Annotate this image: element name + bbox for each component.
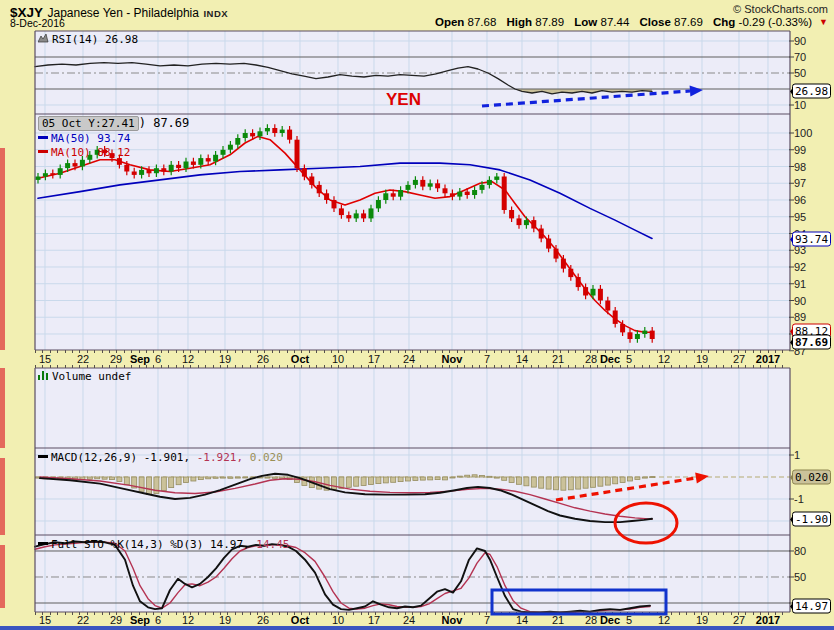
rsi-axis-label: 70	[794, 51, 806, 63]
symbol-name: Japanese Yen - Philadelphia	[47, 6, 198, 20]
high-value: 87.89	[535, 16, 564, 28]
ma10-legend-label: MA(10) 88.12	[51, 146, 130, 159]
rsi-axis-label: 10	[794, 99, 806, 111]
chg-value: -0.29 (-0.33%)	[739, 16, 813, 28]
price-axis-label: 92	[794, 261, 806, 273]
sto-k-value: 14.97,	[210, 538, 250, 551]
macd-circle-annotation	[615, 503, 677, 543]
ohlc-quote-line: Open 87.68 High 87.89 Low 87.44 Close 87…	[435, 16, 828, 28]
macd-value-callout: -1.90	[792, 512, 831, 527]
ma10-legend: MA(10) 88.12	[38, 146, 130, 159]
high-label: High	[507, 16, 533, 28]
rsi-indicator-icon	[38, 33, 49, 46]
chart-date: 8-Dec-2016	[10, 17, 65, 29]
macd-axis-label: 1	[794, 449, 800, 461]
macd-value: -1.901,	[144, 451, 190, 464]
stockcharts-daily-chart: $XJY Japanese Yen - Philadelphia INDX © …	[0, 0, 834, 630]
price-axis-label: 95	[794, 211, 806, 223]
macd-legend-label: MACD(12,26,9)	[51, 451, 137, 464]
rsi-axis-label: 50	[794, 67, 806, 79]
low-value: 87.44	[601, 16, 630, 28]
rsi-axis-label: 90	[794, 35, 806, 47]
price-axis-label: 98	[794, 161, 806, 173]
rsi-trend-arrow	[482, 91, 690, 106]
macd-legend: MACD(12,26,9) -1.901, -1.921, 0.020	[38, 451, 283, 464]
ma50-legend-label: MA(50) 93.74	[51, 132, 130, 145]
price-axis-label: 91	[794, 278, 806, 290]
low-label: Low	[574, 16, 597, 28]
ma50-line-icon	[38, 136, 48, 139]
sto-legend: Full STO %K(14,3) %D(3) 14.97, 14.45	[38, 538, 289, 551]
sto-value-callout: 14.97	[792, 599, 831, 614]
copyright: © StockCharts.com	[733, 3, 828, 15]
macd-hist-callout: 0.020	[792, 470, 831, 485]
volume-legend-label: Volume undef	[52, 370, 131, 383]
close-label: Close	[639, 16, 670, 28]
chart-header: $XJY Japanese Yen - Philadelphia INDX © …	[0, 0, 834, 30]
price-axis-label: 89	[794, 311, 806, 323]
sto-line-icon	[38, 542, 48, 545]
price-axis-label: 96	[794, 194, 806, 206]
hover-tooltip: 05 Oct Y:27.41	[38, 116, 139, 131]
sto-legend-label: Full STO %K(14,3) %D(3)	[51, 538, 203, 551]
macd-line-icon	[38, 455, 48, 458]
price-legend-close: ) 87.69	[139, 116, 190, 130]
rsi-legend-label: RSI(14) 26.98	[52, 33, 138, 46]
macd-axis-label: -1	[794, 493, 804, 505]
exchange: INDX	[203, 8, 228, 19]
close-value-callout: 87.69	[792, 335, 831, 350]
ma10-line	[38, 136, 652, 332]
open-value: 87.68	[468, 16, 497, 28]
rsi-value-callout: 26.98	[792, 84, 831, 99]
change-down-icon: ▼	[819, 17, 828, 27]
close-value: 87.69	[674, 16, 703, 28]
sto-axis-label: 80	[794, 545, 806, 557]
sto-d-value: 14.45	[256, 538, 289, 551]
volume-bars-icon	[38, 370, 49, 380]
macd-signal-value: -1.921,	[197, 451, 243, 464]
ma50-value-callout: 93.74	[792, 232, 831, 247]
open-label: Open	[435, 16, 464, 28]
price-axis-label: 97	[794, 177, 806, 189]
macd-hist-value: 0.020	[250, 451, 283, 464]
sto-axis-label: 50	[794, 571, 806, 583]
yen-annotation-label: YEN	[386, 90, 421, 110]
ma50-line	[38, 163, 652, 238]
volume-legend: Volume undef	[38, 370, 131, 383]
ma50-legend: MA(50) 93.74	[38, 132, 130, 145]
rsi-legend: RSI(14) 26.98	[38, 33, 138, 46]
price-legend: 05 Oct Y:27.41) 87.69	[38, 116, 189, 131]
price-axis-label: 90	[794, 295, 806, 307]
price-axis-label: 100	[794, 127, 812, 139]
chg-label: Chg	[713, 16, 735, 28]
ma10-line-icon	[38, 150, 48, 153]
rsi-trend-arrow-head	[690, 86, 703, 97]
price-axis-label: 99	[794, 144, 806, 156]
